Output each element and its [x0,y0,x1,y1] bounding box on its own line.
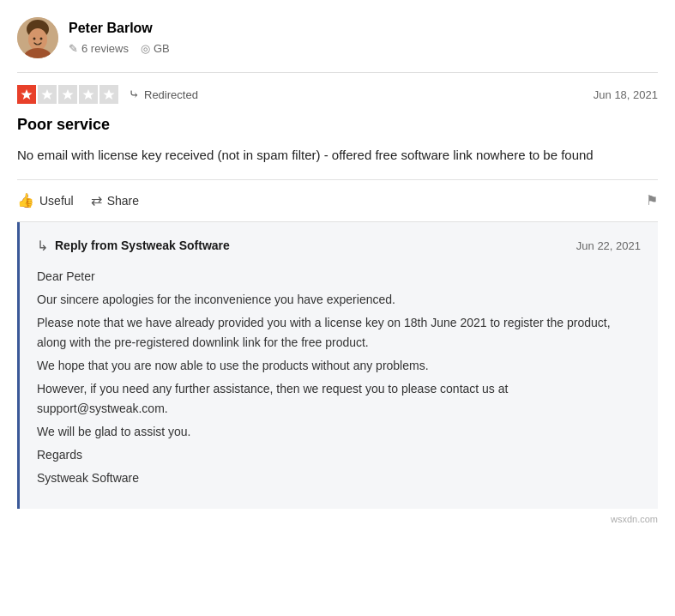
user-info: Peter Barlow ✎ 6 reviews ◎ GB [69,18,170,57]
reply-header: ↳ Reply from Systweak Software Jun 22, 2… [37,236,641,257]
reply-body: Dear PeterOur sincere apologies for the … [37,267,641,489]
review-body: No email with license key received (not … [17,145,658,166]
svg-point-2 [28,28,47,51]
reply-from-label: Reply from Systweak Software [55,237,230,255]
svg-point-5 [40,38,43,40]
star-3 [58,85,77,104]
thumbs-up-icon: 👍 [17,192,34,208]
star-1 [17,85,36,104]
reviews-count: ✎ 6 reviews [69,40,129,57]
reply-line: Our sincere apologies for the inconvenie… [37,290,641,310]
reply-line: Systweak Software [37,468,641,488]
actions-left: 👍 Useful ⇄ Share [17,192,139,208]
location-icon: ◎ [141,40,150,57]
review-card: Peter Barlow ✎ 6 reviews ◎ GB [0,0,675,530]
user-name: Peter Barlow [69,18,170,39]
reply-line: Dear Peter [37,267,641,287]
avatar [17,17,58,58]
star-rating [17,85,118,104]
reply-from: ↳ Reply from Systweak Software [37,236,230,257]
reply-line: Please note that we have already provide… [37,313,641,353]
redirected-label: Redirected [144,87,198,104]
pencil-icon: ✎ [69,40,78,57]
redirected-badge: ⤷ Redirected [129,85,198,105]
reply-line: However, if you need any further assista… [37,379,641,419]
share-button[interactable]: ⇄ Share [91,192,139,208]
reply-line: Regards [37,445,641,465]
reply-section: ↳ Reply from Systweak Software Jun 22, 2… [17,222,658,510]
redirect-icon: ⤷ [129,85,140,105]
review-date: Jun 18, 2021 [594,87,658,104]
reply-arrow-icon: ↳ [37,236,48,257]
country-info: ◎ GB [141,40,170,57]
user-meta: ✎ 6 reviews ◎ GB [69,40,170,57]
svg-marker-10 [104,89,115,100]
svg-marker-7 [42,89,53,100]
svg-marker-6 [21,89,33,100]
review-title: Poor service [17,113,658,136]
user-header: Peter Barlow ✎ 6 reviews ◎ GB [17,17,658,73]
star-2 [38,85,57,104]
review-header-left: ⤷ Redirected [17,85,198,105]
review-header: ⤷ Redirected Jun 18, 2021 [17,73,658,113]
star-5 [99,85,118,104]
share-icon: ⇄ [91,192,102,208]
flag-icon[interactable]: ⚑ [646,190,658,211]
reply-date: Jun 22, 2021 [576,238,641,255]
reply-line: We will be glad to assist you. [37,422,641,442]
watermark: wsxdn.com [17,509,658,530]
svg-marker-9 [83,89,94,100]
useful-button[interactable]: 👍 Useful [17,192,74,208]
review-actions: 👍 Useful ⇄ Share ⚑ [17,179,658,222]
svg-point-4 [33,38,36,40]
reply-line: We hope that you are now able to use the… [37,356,641,376]
svg-marker-8 [63,89,74,100]
star-4 [79,85,98,104]
